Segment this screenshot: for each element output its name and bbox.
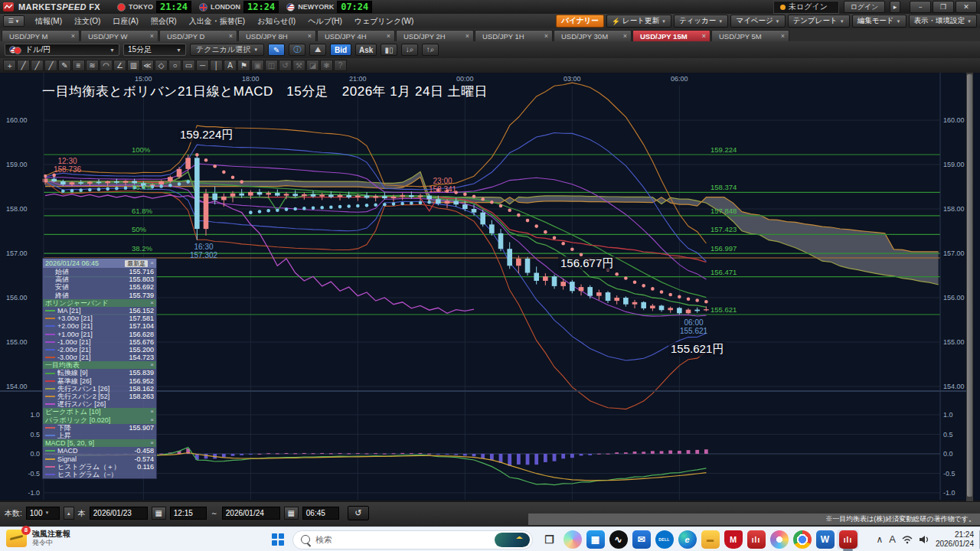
chart-type-button[interactable]: ▮▯ — [381, 44, 397, 56]
window-menu-icon[interactable]: ☰▼ — [3, 15, 24, 27]
crosshair-icon[interactable]: ＋ — [3, 60, 16, 71]
menubar-button[interactable]: 表示・環境設定▼ — [909, 15, 977, 28]
tab-usd-jpy-d[interactable]: USD/JPY D× — [159, 30, 237, 41]
tab-close-icon[interactable]: × — [623, 32, 627, 40]
close-icon[interactable]: × — [150, 439, 154, 447]
draw-pen-button[interactable]: ✎ — [268, 44, 285, 56]
tab-usd-jpy-15m[interactable]: USD/JPY 15M× — [632, 30, 710, 41]
ime-indicator[interactable]: A — [889, 533, 896, 545]
fib-expansion-icon[interactable]: ≋ — [86, 60, 99, 71]
from-time-input[interactable]: 12:15 — [170, 507, 207, 520]
copilot-icon[interactable] — [561, 530, 583, 549]
store-icon[interactable]: ▦ — [584, 530, 606, 549]
info-button[interactable]: ⓘ — [289, 44, 305, 56]
zoom-out-button[interactable]: ↓⌕ — [401, 44, 418, 56]
copy-icon[interactable]: ▣ — [251, 60, 264, 71]
to-date-input[interactable]: 2026/01/24 — [222, 507, 280, 520]
minimize-button[interactable]: － — [910, 1, 931, 13]
start-button[interactable] — [268, 530, 287, 549]
tab-close-icon[interactable]: × — [544, 32, 548, 40]
fib-fan-icon[interactable]: ∠ — [113, 60, 126, 71]
fib-arc-icon[interactable]: ◠ — [100, 60, 113, 71]
login-button[interactable]: ログイン — [844, 1, 885, 13]
from-date-calendar-icon[interactable]: ▦ — [152, 507, 166, 520]
tray-chevron-icon[interactable]: ∧ — [876, 534, 883, 545]
help-icon[interactable]: ? — [334, 60, 347, 71]
menu-item[interactable]: 口座(A) — [106, 15, 144, 28]
menubar-button[interactable]: テンプレート▼ — [788, 15, 850, 28]
horizontal-line-icon[interactable]: ─ — [196, 60, 209, 71]
wifi-icon[interactable] — [902, 535, 913, 544]
bar-count-up-button[interactable]: ▲ — [64, 507, 74, 520]
tab-usd-jpy-1h[interactable]: USD/JPY 1H× — [475, 30, 553, 41]
restore-button[interactable]: ❐ — [933, 1, 954, 13]
from-date-input[interactable]: 2026/01/23 — [90, 507, 148, 520]
fib-retracement-icon[interactable]: ≡ — [72, 60, 85, 71]
layers-icon[interactable]: ◫ — [265, 60, 278, 71]
gann-fan-icon[interactable]: ≪ — [141, 60, 154, 71]
taskbar-weather-widget[interactable]: 8 強風注意報 発令中 — [6, 530, 70, 547]
file-explorer-icon[interactable]: ▬ — [699, 530, 721, 549]
tab-close-icon[interactable]: × — [150, 32, 154, 40]
trendline-icon[interactable]: ╱ — [17, 60, 30, 71]
menubar-button[interactable]: マイページ▼ — [730, 15, 785, 28]
marketspeed-fx-icon[interactable]: ılı — [837, 530, 859, 549]
fib-timezone-icon[interactable]: ▥ — [127, 60, 140, 71]
ask-toggle[interactable]: Ask — [355, 44, 377, 56]
pair-selector[interactable]: ドル/円 ▼ — [5, 44, 119, 56]
close-icon[interactable]: × — [150, 416, 154, 424]
pen-icon[interactable]: ✎ — [58, 60, 71, 71]
settings-icon[interactable]: ✱ — [320, 60, 333, 71]
area-chart-button[interactable]: ⛰ — [309, 44, 326, 56]
login-expand-button[interactable]: ▸ — [890, 1, 900, 13]
wrench-icon[interactable]: ⚒ — [292, 60, 305, 71]
volume-icon[interactable] — [919, 535, 929, 544]
tab-usd-jpy-m[interactable]: USD/JPY M× — [2, 30, 80, 41]
tab-close-icon[interactable]: × — [781, 32, 785, 40]
menu-item[interactable]: ウェブリンク(W) — [348, 15, 420, 28]
tab-close-icon[interactable]: × — [308, 32, 312, 40]
menu-item[interactable]: 照会(R) — [145, 15, 183, 28]
bar-count-input[interactable]: 100▼ — [26, 507, 60, 520]
word-icon[interactable]: W — [814, 530, 836, 549]
tray-clock[interactable]: 21:24 2026/01/24 — [936, 530, 974, 549]
tab-usd-jpy-w[interactable]: USD/JPY W× — [80, 30, 158, 41]
task-view-icon[interactable]: ❐ — [538, 530, 560, 549]
chart-app-icon[interactable]: ılı — [745, 530, 767, 549]
menubar-button[interactable]: ⚡レート更新▼ — [606, 15, 671, 28]
polygon-icon[interactable]: ◇ — [155, 60, 168, 71]
technical-select-button[interactable]: テクニカル選択▼ — [190, 44, 264, 56]
tab-close-icon[interactable]: × — [466, 32, 469, 40]
menubar-button[interactable]: ティッカー▼ — [674, 15, 728, 28]
tab-usd-jpy-8h[interactable]: USD/JPY 8H× — [238, 30, 316, 41]
audio-app-icon[interactable]: ∿ — [607, 530, 629, 549]
timeframe-selector[interactable]: 15分足 ▼ — [123, 44, 186, 56]
tab-usd-jpy-5m[interactable]: USD/JPY 5M× — [711, 30, 789, 41]
text-icon[interactable]: A — [224, 60, 237, 71]
trendline3-icon[interactable]: ╱ — [44, 60, 57, 71]
indicator-data-panel[interactable]: 2026/01/24 06:45最新足×始値155.716高値155.803安値… — [42, 258, 157, 479]
close-icon[interactable]: × — [150, 259, 154, 268]
close-icon[interactable]: × — [150, 299, 154, 307]
taskbar-search-box[interactable]: 検索 — [292, 530, 533, 549]
to-date-calendar-icon[interactable]: ▦ — [284, 507, 299, 520]
menubar-button[interactable]: バイナリー — [556, 15, 603, 28]
chrome-icon[interactable] — [791, 530, 813, 549]
menu-item[interactable]: お知らせ(I) — [251, 15, 302, 28]
tab-usd-jpy-30m[interactable]: USD/JPY 30M× — [554, 30, 632, 41]
zoom-in-button[interactable]: ↑⌕ — [422, 44, 439, 56]
close-icon[interactable]: × — [150, 408, 154, 416]
dell-icon[interactable]: DELL — [653, 530, 675, 549]
refresh-button[interactable]: ↺ — [348, 506, 369, 520]
edge-icon[interactable]: e — [676, 530, 698, 549]
tab-close-icon[interactable]: × — [702, 32, 706, 40]
menu-item[interactable]: ヘルプ(H) — [302, 15, 348, 28]
eraser-icon[interactable]: ◪ — [306, 60, 319, 71]
menu-item[interactable]: 注文(O) — [68, 15, 106, 28]
ellipse-icon[interactable]: ○ — [168, 60, 181, 71]
marker-icon[interactable]: ⚑ — [237, 60, 250, 71]
bid-toggle[interactable]: Bid — [330, 44, 351, 56]
close-icon[interactable]: × — [150, 361, 154, 369]
close-button[interactable]: ✕ — [956, 1, 977, 13]
to-time-input[interactable]: 06:45 — [302, 507, 339, 520]
